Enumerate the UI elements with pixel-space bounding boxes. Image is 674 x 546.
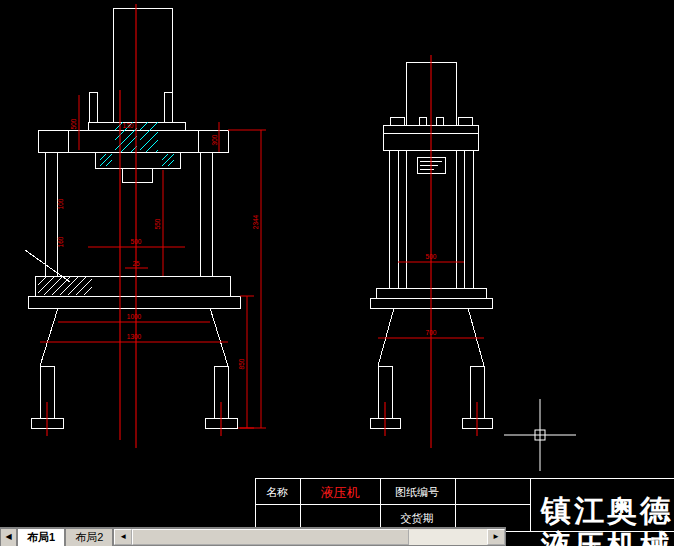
dim-front-table-width: 500 — [131, 238, 142, 245]
dim-front-gap: 25 — [132, 260, 140, 267]
dim-front-column-upper: 100 — [57, 198, 64, 209]
dim-side-frame-width: 500 — [426, 253, 437, 260]
titleblock-drawing-number-label: 图纸编号 — [395, 486, 439, 498]
cyan-section-hatch — [100, 122, 174, 166]
tab-nav-left-icon: ◀ — [5, 532, 11, 541]
dim-front-column-lower: 160 — [57, 236, 64, 247]
tab-layout1[interactable]: 布局1 — [17, 528, 65, 546]
horizontal-scrollbar[interactable]: ◄ ► — [113, 528, 506, 546]
titleblock-company-name-line2: 液压机械 — [540, 529, 673, 546]
dim-front-base-outer: 1300 — [127, 333, 142, 340]
tab-layout1-label: 布局1 — [27, 531, 55, 543]
tab-nav-left-button[interactable]: ◀ — [0, 528, 17, 546]
dim-front-daylight: 550 — [154, 218, 161, 229]
dim-front-stroke: 500 — [70, 118, 77, 129]
dim-front-base-inner: 1000 — [127, 313, 142, 320]
crosshair-cursor — [504, 399, 576, 471]
tab-layout2-label: 布局2 — [75, 531, 103, 543]
scrollbar-right-arrow[interactable]: ► — [487, 529, 505, 545]
dimension-lines — [40, 95, 484, 428]
titleblock-name-label: 名称 — [266, 486, 288, 498]
dim-front-top-detail: 130 — [123, 122, 134, 129]
dim-front-total-height: 2344 — [252, 214, 259, 229]
autocad-window: 500 130 300 100 160 550 500 25 1000 1300… — [0, 0, 674, 546]
dim-front-beam-height: 300 — [211, 134, 218, 145]
cad-drawing-canvas[interactable]: 500 130 300 100 160 550 500 25 1000 1300… — [0, 0, 674, 546]
tab-layout2[interactable]: 布局2 — [65, 528, 113, 546]
front-view-drawing — [25, 8, 240, 428]
titleblock-delivery-label: 交货期 — [401, 512, 434, 524]
dim-front-leg-height: 850 — [238, 358, 245, 369]
scroll-left-icon: ◄ — [119, 532, 127, 541]
titleblock-name-value: 液压机 — [321, 485, 360, 500]
scrollbar-track[interactable] — [132, 529, 487, 545]
scroll-right-icon: ► — [492, 532, 500, 541]
dim-side-base-width: 700 — [426, 329, 437, 336]
scrollbar-left-arrow[interactable]: ◄ — [114, 529, 132, 545]
scrollbar-thumb[interactable] — [132, 529, 409, 545]
titleblock-company-name: 镇江奥德 — [540, 494, 673, 527]
layout-tabbar: ◀ 布局1 布局2 ◄ ► — [0, 527, 506, 546]
table-section-hatch — [38, 277, 92, 295]
centerlines — [47, 4, 477, 448]
